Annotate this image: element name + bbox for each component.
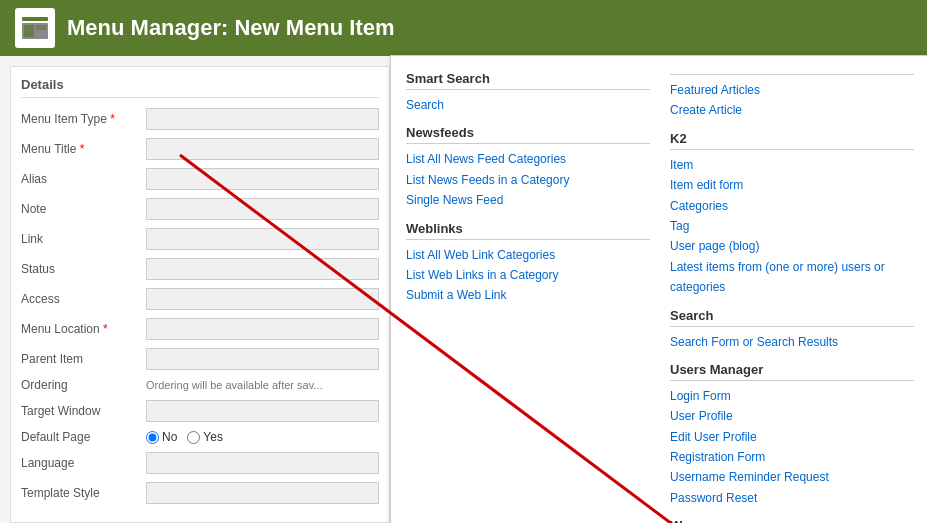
- link-username-reminder-request[interactable]: Username Reminder Request: [670, 467, 914, 487]
- page-title: Menu Manager: New Menu Item: [67, 15, 395, 41]
- link-categories[interactable]: Categories: [670, 196, 914, 216]
- link-edit-user-profile[interactable]: Edit User Profile: [670, 427, 914, 447]
- ordering-text: Ordering will be available after sav...: [146, 379, 379, 391]
- link-password-reset[interactable]: Password Reset: [670, 488, 914, 508]
- label-status: Status: [21, 262, 141, 276]
- label-alias: Alias: [21, 172, 141, 186]
- section-title-newsfeeds: Newsfeeds: [406, 125, 650, 144]
- form-row-template-style: Template Style: [21, 482, 379, 504]
- section-title-smart-search: Smart Search: [406, 71, 650, 90]
- label-access: Access: [21, 292, 141, 306]
- section-articles: Featured Articles Create Article: [670, 71, 914, 121]
- form-row-status: Status: [21, 258, 379, 280]
- svg-rect-3: [36, 25, 46, 30]
- label-language: Language: [21, 456, 141, 470]
- link-submit-a-web-link[interactable]: Submit a Web Link: [406, 285, 650, 305]
- details-title: Details: [21, 77, 379, 98]
- label-target-window: Target Window: [21, 404, 141, 418]
- input-menu-item-type[interactable]: [146, 108, 379, 130]
- form-row-note: Note: [21, 198, 379, 220]
- radio-no[interactable]: No: [146, 430, 177, 444]
- link-search[interactable]: Search: [406, 95, 650, 115]
- dropdown-columns: Smart Search Search Newsfeeds List All N…: [406, 71, 914, 523]
- label-default-page: Default Page: [21, 430, 141, 444]
- label-link: Link: [21, 232, 141, 246]
- link-single-news-feed[interactable]: Single News Feed: [406, 190, 650, 210]
- input-note[interactable]: [146, 198, 379, 220]
- link-item[interactable]: Item: [670, 155, 914, 175]
- left-panel: Details Menu Item Type * Menu Title * Al…: [10, 66, 390, 523]
- section-newsfeeds: Newsfeeds List All News Feed Categories …: [406, 125, 650, 210]
- form-row-menu-title: Menu Title *: [21, 138, 379, 160]
- form-row-menu-item-type: Menu Item Type *: [21, 108, 379, 130]
- section-title-wrapper: Wrapper: [670, 518, 914, 523]
- link-list-news-feeds-in-category[interactable]: List News Feeds in a Category: [406, 170, 650, 190]
- form-row-ordering: Ordering Ordering will be available afte…: [21, 378, 379, 392]
- input-menu-location[interactable]: [146, 318, 379, 340]
- link-login-form[interactable]: Login Form: [670, 386, 914, 406]
- radio-group-default-page: No Yes: [146, 430, 223, 444]
- radio-yes[interactable]: Yes: [187, 430, 223, 444]
- link-tag[interactable]: Tag: [670, 216, 914, 236]
- input-alias[interactable]: [146, 168, 379, 190]
- input-menu-title[interactable]: [146, 138, 379, 160]
- dropdown-panel: Smart Search Search Newsfeeds List All N…: [390, 55, 927, 523]
- label-menu-item-type: Menu Item Type *: [21, 112, 141, 126]
- section-weblinks: Weblinks List All Web Link Categories Li…: [406, 221, 650, 306]
- input-parent-item[interactable]: [146, 348, 379, 370]
- section-title-k2: K2: [670, 131, 914, 150]
- input-language[interactable]: [146, 452, 379, 474]
- link-list-web-links-in-category[interactable]: List Web Links in a Category: [406, 265, 650, 285]
- form-row-default-page: Default Page No Yes: [21, 430, 379, 444]
- svg-rect-0: [22, 17, 48, 21]
- section-title-users-manager: Users Manager: [670, 362, 914, 381]
- details-box: Details Menu Item Type * Menu Title * Al…: [10, 66, 390, 523]
- section-search: Search Search Form or Search Results: [670, 308, 914, 352]
- section-users-manager: Users Manager Login Form User Profile Ed…: [670, 362, 914, 508]
- header-icon: [15, 8, 55, 48]
- link-create-article[interactable]: Create Article: [670, 100, 914, 120]
- label-parent-item: Parent Item: [21, 352, 141, 366]
- input-link[interactable]: [146, 228, 379, 250]
- section-k2: K2 Item Item edit form Categories Tag Us…: [670, 131, 914, 298]
- input-target-window[interactable]: [146, 400, 379, 422]
- section-title-search: Search: [670, 308, 914, 327]
- form-row-access: Access: [21, 288, 379, 310]
- label-note: Note: [21, 202, 141, 216]
- section-title-articles: [670, 71, 914, 75]
- section-wrapper: Wrapper Iframe Wrapper: [670, 518, 914, 523]
- link-list-all-web-link-categories[interactable]: List All Web Link Categories: [406, 245, 650, 265]
- form-row-parent-item: Parent Item: [21, 348, 379, 370]
- dropdown-left-column: Smart Search Search Newsfeeds List All N…: [406, 71, 650, 523]
- link-list-all-news-feed-categories[interactable]: List All News Feed Categories: [406, 149, 650, 169]
- svg-rect-2: [24, 25, 34, 37]
- link-registration-form[interactable]: Registration Form: [670, 447, 914, 467]
- label-menu-location: Menu Location *: [21, 322, 141, 336]
- link-item-edit-form[interactable]: Item edit form: [670, 175, 914, 195]
- label-template-style: Template Style: [21, 486, 141, 500]
- label-ordering: Ordering: [21, 378, 141, 392]
- link-featured-articles[interactable]: Featured Articles: [670, 80, 914, 100]
- input-status[interactable]: [146, 258, 379, 280]
- form-row-alias: Alias: [21, 168, 379, 190]
- form-row-target-window: Target Window: [21, 400, 379, 422]
- form-row-language: Language: [21, 452, 379, 474]
- input-template-style[interactable]: [146, 482, 379, 504]
- dropdown-right-column: Featured Articles Create Article K2 Item…: [670, 71, 914, 523]
- main-content: Details Menu Item Type * Menu Title * Al…: [0, 56, 927, 523]
- section-smart-search: Smart Search Search: [406, 71, 650, 115]
- link-search-form-or-results[interactable]: Search Form or Search Results: [670, 332, 914, 352]
- link-user-page-blog[interactable]: User page (blog): [670, 236, 914, 256]
- input-access[interactable]: [146, 288, 379, 310]
- section-title-weblinks: Weblinks: [406, 221, 650, 240]
- form-row-menu-location: Menu Location *: [21, 318, 379, 340]
- link-latest-items[interactable]: Latest items from (one or more) users or…: [670, 257, 914, 298]
- page-header: Menu Manager: New Menu Item: [0, 0, 927, 56]
- label-menu-title: Menu Title *: [21, 142, 141, 156]
- link-user-profile[interactable]: User Profile: [670, 406, 914, 426]
- form-row-link: Link: [21, 228, 379, 250]
